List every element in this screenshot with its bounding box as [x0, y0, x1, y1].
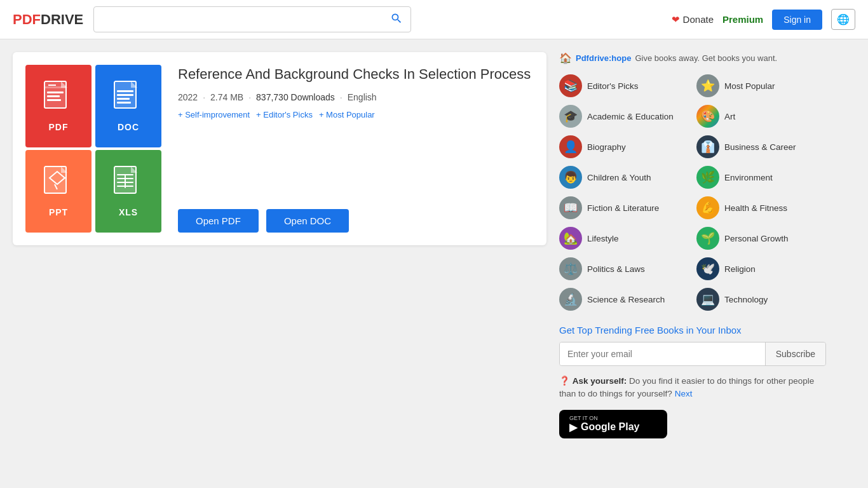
category-politics[interactable]: ⚖️ Politics & Laws — [559, 256, 689, 281]
book-language: English — [348, 92, 377, 102]
ppt-icon-cell: PPT — [25, 150, 92, 233]
xls-icon-cell: XLS — [95, 150, 161, 233]
logo-drive: DRIVE — [41, 11, 83, 28]
doc-label: DOC — [118, 122, 139, 132]
academic-icon: 🎓 — [559, 105, 582, 128]
search-bar — [93, 6, 411, 32]
hope-text: Give books away. Get books you want. — [635, 53, 777, 63]
svg-rect-11 — [117, 102, 131, 104]
play-triangle-icon: ▶ — [569, 421, 577, 433]
search-input[interactable] — [94, 9, 383, 30]
open-doc-label: Open DOC — [284, 215, 331, 226]
svg-rect-9 — [117, 94, 133, 96]
politics-icon: ⚖️ — [559, 257, 582, 280]
category-technology[interactable]: 💻 Technology — [696, 287, 826, 312]
tag-most-popular[interactable]: + Most Popular — [319, 110, 375, 119]
environment-label: Environment — [724, 173, 773, 182]
editors-picks-icon: 📚 — [559, 74, 582, 97]
book-info: Reference And Background Checks In Selec… — [178, 65, 534, 233]
search-icon — [390, 12, 403, 25]
book-downloads: 837,730 Downloads — [256, 92, 335, 102]
book-actions: Open PDF Open DOC — [178, 196, 534, 233]
category-lifestyle[interactable]: 🏡 Lifestyle — [559, 226, 689, 251]
ppt-file-icon — [43, 165, 74, 203]
ask-bold: Ask yourself: — [573, 376, 627, 386]
svg-rect-3 — [47, 95, 60, 97]
category-science[interactable]: 🔬 Science & Research — [559, 287, 689, 312]
premium-button[interactable]: Premium — [722, 14, 763, 25]
svg-rect-10 — [117, 98, 130, 100]
category-most-popular[interactable]: ⭐ Most Popular — [696, 73, 826, 98]
left-panel: PDF DOC — [13, 52, 546, 438]
tag-editors-picks[interactable]: + Editor's Picks — [256, 110, 313, 119]
technology-label: Technology — [724, 295, 768, 304]
religion-label: Religion — [724, 264, 756, 274]
book-size: 2.74 MB — [210, 92, 243, 102]
biography-label: Biography — [587, 142, 626, 152]
lifestyle-icon: 🏡 — [559, 227, 582, 250]
signin-button[interactable]: Sign in — [772, 10, 822, 30]
book-card: PDF DOC — [13, 52, 546, 245]
lifestyle-label: Lifestyle — [587, 234, 619, 243]
open-doc-button[interactable]: Open DOC — [266, 209, 349, 233]
biography-icon: 👤 — [559, 135, 582, 158]
most-popular-icon: ⭐ — [696, 74, 719, 97]
svg-rect-20 — [125, 174, 126, 188]
language-button[interactable]: 🌐 — [831, 9, 855, 30]
donate-button[interactable]: ❤ Donate — [672, 14, 714, 25]
category-fiction[interactable]: 📖 Fiction & Literature — [559, 195, 689, 220]
open-pdf-label: Open PDF — [196, 215, 241, 226]
meta-dot-1: · — [203, 92, 205, 102]
categories-grid: 📚 Editor's Picks ⭐ Most Popular 🎓 Academ… — [559, 73, 826, 312]
category-biography[interactable]: 👤 Biography — [559, 134, 689, 159]
question-icon: ❓ — [559, 376, 570, 386]
category-religion[interactable]: 🕊️ Religion — [696, 256, 826, 281]
trending-title: Get Top Trending Free Books in Your Inbo… — [559, 325, 826, 336]
children-icon: 👦 — [559, 166, 582, 189]
xls-label: XLS — [119, 207, 138, 217]
google-play-button[interactable]: GET IT ON ▶ Google Play — [559, 410, 667, 438]
environment-icon: 🌿 — [696, 166, 719, 189]
pdf-file-icon — [43, 80, 74, 118]
category-academic[interactable]: 🎓 Academic & Education — [559, 104, 689, 129]
category-business[interactable]: 👔 Business & Career — [696, 134, 826, 159]
category-art[interactable]: 🎨 Art — [696, 104, 826, 129]
health-icon: 💪 — [696, 196, 719, 219]
search-button[interactable] — [383, 7, 410, 32]
globe-icon: 🌐 — [837, 14, 850, 25]
category-environment[interactable]: 🌿 Environment — [696, 165, 826, 190]
fiction-icon: 📖 — [559, 196, 582, 219]
editors-picks-label: Editor's Picks — [587, 81, 639, 91]
ask-yourself: ❓ Ask yourself: Do you find it easier to… — [559, 375, 826, 401]
health-label: Health & Fitness — [724, 203, 787, 213]
children-label: Children & Youth — [587, 173, 651, 182]
hope-icon: 🏠 — [559, 52, 572, 64]
svg-rect-8 — [117, 90, 133, 92]
category-personal[interactable]: 🌱 Personal Growth — [696, 226, 826, 251]
main-content: PDF DOC — [0, 39, 868, 451]
email-form: Subscribe — [559, 342, 826, 366]
politics-label: Politics & Laws — [587, 264, 645, 274]
open-pdf-button[interactable]: Open PDF — [178, 209, 259, 233]
ppt-label: PPT — [49, 207, 68, 217]
hope-link[interactable]: Pdfdrive:hope — [576, 53, 631, 63]
book-icons: PDF DOC — [25, 65, 163, 233]
category-children[interactable]: 👦 Children & Youth — [559, 165, 689, 190]
subscribe-button[interactable]: Subscribe — [765, 342, 825, 365]
art-icon: 🎨 — [696, 105, 719, 128]
logo-pdf: PDF — [13, 11, 41, 28]
logo[interactable]: PDF DRIVE — [13, 11, 83, 28]
category-health[interactable]: 💪 Health & Fitness — [696, 195, 826, 220]
svg-rect-2 — [47, 92, 64, 93]
right-panel: 🏠 Pdfdrive:hope Give books away. Get boo… — [546, 52, 826, 438]
google-play-small: GET IT ON — [569, 415, 657, 421]
book-tags: + Self-improvement + Editor's Picks + Mo… — [178, 110, 534, 119]
category-editors-picks[interactable]: 📚 Editor's Picks — [559, 73, 689, 98]
tag-self-improvement[interactable]: + Self-improvement — [178, 110, 250, 119]
art-label: Art — [724, 112, 735, 121]
next-link[interactable]: Next — [675, 389, 693, 398]
donate-label: Donate — [683, 14, 714, 25]
science-label: Science & Research — [587, 295, 665, 304]
email-input[interactable] — [560, 342, 765, 365]
google-play-label: Google Play — [581, 421, 639, 433]
